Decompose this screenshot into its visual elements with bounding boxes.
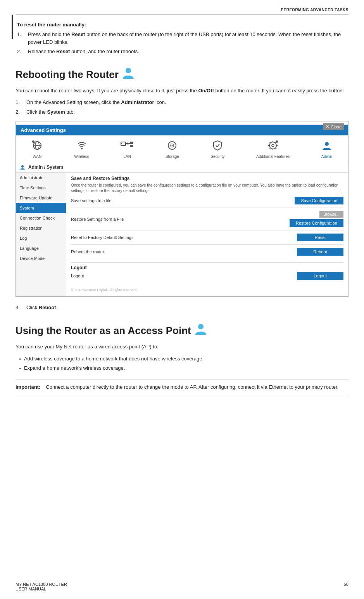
access-point-section: Using the Router as an Access Point You …: [16, 323, 348, 396]
modal-icon-admin[interactable]: Admin: [318, 138, 335, 160]
modal-icon-additional[interactable]: + Additional Features: [253, 138, 293, 160]
modal-sidebar: Administrator Time Settings Firmware Upd…: [16, 173, 66, 296]
important-text: Connect a computer directly to the route…: [46, 383, 338, 391]
restore-configuration-button[interactable]: Restore Configuration: [290, 219, 343, 227]
sidebar-item-administrator[interactable]: Administrator: [16, 173, 66, 183]
step-num-1: 1.: [17, 31, 28, 46]
sidebar-item-connection-check[interactable]: Connection Check: [16, 213, 66, 223]
svg-point-5: [32, 140, 35, 143]
header-title: PERFORMING ADVANCED TASKS: [281, 8, 348, 12]
svg-text:+: +: [276, 141, 278, 143]
svg-marker-11: [128, 142, 131, 145]
svg-point-31: [325, 142, 329, 146]
sidebar-item-system[interactable]: System: [16, 203, 66, 213]
reboot-step-1: 1. On the Advanced Setting screen, click…: [16, 99, 348, 106]
modal-icon-storage[interactable]: Storage: [162, 138, 182, 160]
browse-button[interactable]: Browse...: [319, 211, 343, 218]
step-2-text: Release the Reset button, and the router…: [28, 48, 139, 55]
admin-icon: [321, 140, 332, 153]
important-box: Important: Connect a computer directly t…: [16, 379, 348, 396]
svg-point-20: [272, 144, 274, 147]
bullet-item-1: Add wireless coverage to a home network …: [19, 355, 348, 363]
restore-label: Restore Settings from a File: [71, 217, 124, 222]
modal-content-area: Save and Restore Settings Once the route…: [66, 173, 348, 296]
modal-close-button[interactable]: ✕ Close: [323, 123, 344, 130]
access-point-title: Using the Router as an Access Point: [16, 325, 191, 337]
modal-icon-wan[interactable]: WAN: [29, 138, 46, 160]
rebooting-title: Rebooting the Router: [16, 69, 119, 81]
rebooting-steps: 1. On the Advanced Setting screen, click…: [16, 99, 348, 116]
reset-step-1: 1. Press and hold the Reset button on th…: [17, 31, 348, 46]
step-num-2: 2.: [17, 48, 28, 55]
section-heading-label: Admin / System: [28, 164, 63, 170]
footer-product: MY NET AC1300 ROUTER: [16, 582, 67, 587]
reset-section: To reset the router manually: 1. Press a…: [16, 22, 348, 55]
person-icon: [122, 67, 134, 82]
access-point-para: You can use your My Net router as a wire…: [16, 343, 348, 351]
wan-icon: [32, 140, 43, 153]
access-point-heading: Using the Router as an Access Point: [16, 323, 348, 338]
sidebar-item-device-mode[interactable]: Device Mode: [16, 253, 66, 263]
reset-step-2: 2. Release the Reset button, and the rou…: [17, 48, 348, 55]
svg-point-4: [36, 145, 38, 146]
page-header: PERFORMING ADVANCED TASKS: [16, 8, 348, 15]
lan-label: LAN: [124, 154, 131, 159]
additional-features-icon: +: [267, 140, 278, 153]
modal-body: Administrator Time Settings Firmware Upd…: [16, 173, 348, 296]
close-x: ✕: [326, 124, 329, 129]
reboot-label: Reboot the router.: [71, 249, 105, 254]
save-settings-row: Save settings to a file. Save Configurat…: [71, 197, 343, 208]
reboot-step-2: 2. Click the System tab:: [16, 108, 348, 116]
wireless-icon: [76, 140, 87, 153]
logout-button[interactable]: Logout: [297, 272, 343, 280]
footer-doc-type: USER MANUAL: [16, 587, 67, 591]
additional-label: Additional Features: [256, 154, 290, 159]
rebooting-para: You can reboot the router two ways. If y…: [16, 87, 348, 95]
modal-icon-security[interactable]: Security: [207, 138, 228, 160]
reboot-step-3: 3. Click Reboot.: [16, 304, 348, 312]
modal-icon-lan[interactable]: LAN: [117, 138, 137, 160]
rebooting-section: Rebooting the Router You can reboot the …: [16, 67, 348, 312]
logout-row: Logout Logout: [71, 272, 343, 283]
wireless-label: Wireless: [74, 154, 89, 159]
modal-icon-wireless[interactable]: Wireless: [71, 138, 92, 160]
save-configuration-button[interactable]: Save Configuration: [295, 197, 343, 204]
sidebar-item-time-settings[interactable]: Time Settings: [16, 183, 66, 193]
reset-button[interactable]: Reset: [297, 234, 343, 241]
lan-icon: [121, 140, 134, 153]
svg-line-18: [217, 144, 219, 147]
logout-label: Logout: [71, 274, 84, 278]
page-footer: MY NET AC1300 ROUTER USER MANUAL 50: [16, 582, 348, 591]
modal-icons-row: WAN Wireless: [16, 135, 348, 162]
sidebar-item-firmware-update[interactable]: Firmware Update: [16, 193, 66, 203]
important-label: Important:: [16, 383, 40, 391]
reset-steps-list: 1. Press and hold the Reset button on th…: [17, 31, 348, 55]
svg-point-16: [172, 145, 173, 146]
save-label: Save settings to a file.: [71, 198, 113, 203]
access-point-person-icon: [195, 323, 207, 338]
sidebar-item-registration[interactable]: Registration: [16, 223, 66, 233]
modal-section-header: Admin / System: [16, 162, 348, 173]
restore-controls: Browse... Restore Configuration: [290, 211, 343, 227]
modal-title-bar: Advanced Settings: [16, 125, 348, 135]
rebooting-heading: Rebooting the Router: [16, 67, 348, 82]
sidebar-item-language[interactable]: Language: [16, 243, 66, 253]
footer-left: MY NET AC1300 ROUTER USER MANUAL: [16, 582, 67, 591]
svg-point-32: [21, 165, 24, 168]
footer-page-num: 50: [344, 582, 348, 591]
bullet-item-2: Expand a home network's wireless coverag…: [19, 364, 348, 372]
step-1-text: Press and hold the Reset button on the b…: [28, 31, 348, 46]
security-icon: [212, 140, 223, 153]
logout-section: Logout Logout Logout: [71, 262, 343, 283]
sidebar-item-log[interactable]: Log: [16, 233, 66, 243]
access-point-bullets: Add wireless coverage to a home network …: [16, 355, 348, 372]
svg-rect-13: [130, 145, 133, 147]
svg-line-25: [270, 142, 271, 143]
svg-line-26: [275, 148, 276, 149]
wan-label: WAN: [33, 154, 41, 159]
storage-icon: [167, 140, 178, 153]
content-main-title: Save and Restore Settings: [71, 176, 343, 181]
svg-point-33: [198, 324, 204, 329]
reboot-button[interactable]: Reboot: [297, 248, 343, 256]
svg-point-6: [81, 148, 83, 149]
